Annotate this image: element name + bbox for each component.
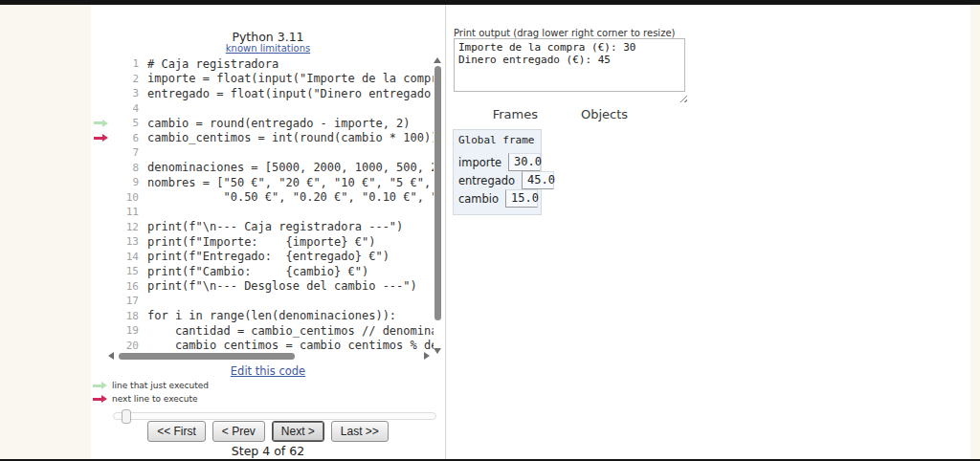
code-text: cambio_centimos = int(round(cambio * 100… — [147, 131, 434, 144]
known-limitations-link[interactable]: known limitations — [91, 43, 445, 54]
horizontal-scroll-thumb[interactable] — [119, 353, 295, 360]
legend-next-line: next line to execute — [93, 392, 209, 406]
code-line-next-to-execute[interactable]: 6cambio_centimos = int(round(cambio * 10… — [91, 131, 434, 146]
legend-label: next line to execute — [112, 394, 197, 404]
line-number: 8 — [113, 162, 139, 174]
code-text: for i in range(len(denominaciones)): — [147, 309, 396, 322]
line-number: 10 — [113, 191, 139, 204]
python-tutor-app: Python 3.11 known limitations 1# Caja re… — [0, 5, 980, 459]
objects-header: Objects — [581, 107, 628, 121]
vertical-scroll-thumb[interactable] — [434, 66, 441, 320]
code-line[interactable]: 14print(f"Entregado: {entregado} €") — [91, 250, 434, 265]
variable-name: cambio — [458, 192, 505, 206]
code-line[interactable]: 13print(f"Importe: {importe} €") — [91, 234, 434, 250]
code-text: importe = float(input("Importe de la com… — [147, 72, 434, 85]
print-output-label: Print output (drag lower right corner to… — [454, 28, 675, 38]
line-number: 9 — [113, 176, 139, 188]
code-line[interactable]: 7 — [91, 145, 434, 161]
line-number: 16 — [113, 280, 139, 293]
next-line-arrow-icon — [93, 395, 107, 404]
frame-variable-row: importe 30.0 — [458, 153, 536, 171]
code-line[interactable]: 12print(f"\n--- Caja registradora ---") — [91, 220, 434, 235]
scroll-right-icon[interactable] — [424, 352, 430, 360]
code-line[interactable]: 18for i in range(len(denominaciones)): — [91, 309, 434, 324]
line-number: 7 — [113, 146, 139, 159]
global-frame-title: Global frame — [458, 134, 536, 146]
frames-objects-headers: Frames Objects — [447, 107, 628, 121]
just-executed-arrow-icon — [94, 119, 108, 127]
code-text: print(f"Entregado: {entregado} €") — [147, 250, 390, 263]
line-number: 13 — [113, 235, 139, 248]
code-panel: Python 3.11 known limitations 1# Caja re… — [91, 5, 446, 459]
variable-name: importe — [458, 156, 508, 169]
variable-value: 45.0 — [522, 171, 554, 189]
frame-variable-row: entregado 45.0 — [458, 171, 536, 189]
line-number: 19 — [113, 324, 139, 337]
frames-header: Frames — [447, 107, 538, 121]
line-number: 17 — [113, 295, 139, 307]
code-text: nombres = ["50 €", "20 €", "10 €", "5 €"… — [147, 176, 434, 189]
code-line[interactable]: 15print(f"Cambio: {cambio} €") — [91, 264, 434, 279]
code-text: cantidad = cambio_centimos // denominaci… — [147, 324, 434, 338]
line-number: 20 — [113, 340, 139, 351]
prev-button[interactable]: < Prev — [212, 421, 265, 442]
code-text: cambio_centimos = cambio_centimos % deno… — [147, 339, 434, 351]
code-line[interactable]: 11 — [91, 205, 434, 220]
line-number: 3 — [113, 87, 139, 99]
print-output-textarea[interactable]: Importe de la compra (€): 30 Dinero entr… — [454, 38, 685, 92]
code-text: cambio = round(entregado - importe, 2) — [147, 117, 411, 130]
code-line[interactable]: 8denominaciones = [5000, 2000, 1000, 500… — [91, 161, 434, 176]
vertical-scrollbar[interactable] — [434, 57, 442, 354]
code-line[interactable]: 3entregado = float(input("Dinero entrega… — [91, 86, 434, 101]
visualization-panel: Print output (drag lower right corner to… — [447, 5, 970, 459]
code-line[interactable]: 20 cambio_centimos = cambio_centimos % d… — [91, 339, 434, 352]
code-line[interactable]: 10 "0.50 €", "0.20 €", "0.10 €", "0.05 €… — [91, 190, 434, 206]
line-number: 14 — [113, 251, 139, 263]
next-button[interactable]: Next > — [272, 421, 324, 442]
gutter — [91, 119, 113, 127]
scroll-up-icon[interactable] — [434, 57, 441, 63]
variable-value: 15.0 — [505, 189, 538, 208]
code-text: "0.50 €", "0.20 €", "0.10 €", "0.05 €", … — [147, 190, 434, 204]
global-frame: Global frame importe 30.0 entregado 45.0… — [453, 129, 542, 215]
gutter — [91, 134, 113, 143]
variable-name: entregado — [458, 174, 522, 187]
code-line-just-executed[interactable]: 5cambio = round(entregado - importe, 2) — [91, 116, 434, 131]
edit-this-code-link[interactable]: Edit this code — [91, 364, 445, 378]
code-listing: 1# Caja registradora 2importe = float(in… — [91, 56, 434, 351]
just-executed-arrow-icon — [93, 382, 107, 390]
scroll-left-icon[interactable] — [108, 352, 114, 360]
navigation-buttons: << First < Prev Next > Last >> — [91, 421, 445, 442]
line-number: 11 — [113, 206, 139, 218]
code-line[interactable]: 2importe = float(input("Importe de la co… — [91, 72, 434, 87]
line-number: 4 — [113, 102, 139, 115]
line-number: 12 — [113, 221, 139, 233]
code-line[interactable]: 1# Caja registradora — [91, 56, 434, 72]
code-text: print(f"Cambio: {cambio} €") — [147, 265, 368, 278]
last-button[interactable]: Last >> — [331, 421, 389, 442]
line-number: 2 — [113, 73, 139, 85]
line-number: 1 — [113, 57, 139, 70]
execution-step-slider[interactable] — [113, 412, 436, 420]
resize-grip-icon[interactable] — [679, 95, 687, 102]
runtime-title: Python 3.11 — [91, 30, 445, 44]
line-number: 15 — [113, 265, 139, 277]
code-line[interactable]: 4 — [91, 101, 434, 117]
code-text: entregado = float(input("Dinero entregad… — [147, 87, 434, 100]
line-number: 18 — [113, 310, 139, 322]
next-line-arrow-icon — [94, 134, 108, 143]
variable-value: 30.0 — [508, 153, 541, 171]
code-line[interactable]: 16print(f"\n--- Desglose del cambio ---"… — [91, 279, 434, 295]
scroll-down-icon[interactable] — [434, 348, 441, 354]
first-button[interactable]: << First — [147, 421, 206, 442]
line-number: 6 — [113, 132, 139, 144]
code-text: print(f"\n--- Caja registradora ---") — [147, 220, 403, 233]
step-indicator: Step 4 of 62 — [91, 444, 445, 458]
code-line[interactable]: 17 — [91, 294, 434, 309]
code-text: # Caja registradora — [147, 57, 278, 71]
code-line[interactable]: 19 cantidad = cambio_centimos // denomin… — [91, 323, 434, 339]
code-line[interactable]: 9nombres = ["50 €", "20 €", "10 €", "5 €… — [91, 175, 434, 190]
legend-just-executed: line that just executed — [93, 379, 209, 392]
code-text: print(f"Importe: {importe} €") — [147, 235, 375, 249]
horizontal-scrollbar[interactable] — [108, 352, 430, 361]
